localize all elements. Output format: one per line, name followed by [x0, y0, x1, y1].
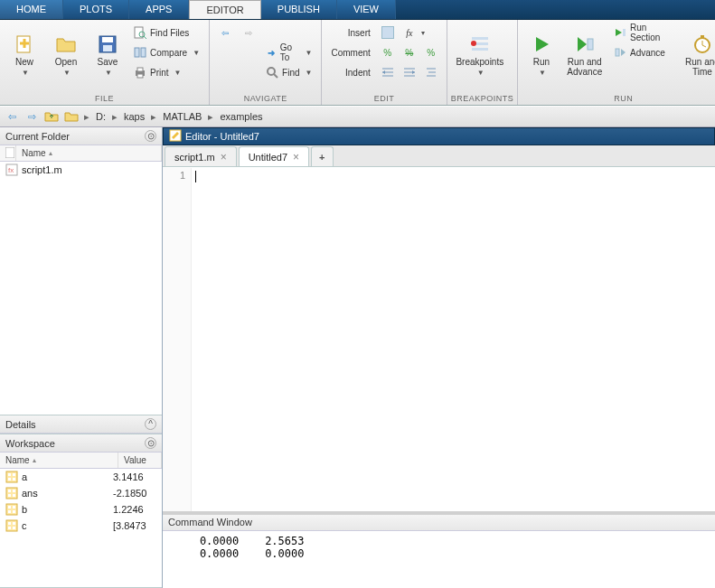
arrow-right-icon: ⇨ [242, 26, 255, 39]
save-button[interactable]: Save ▼ [89, 23, 127, 87]
code-area[interactable] [192, 168, 715, 511]
find-files-button[interactable]: Find Files [130, 23, 203, 42]
current-folder-header[interactable]: Current Folder ⊙ [0, 127, 162, 145]
editor-body[interactable]: 1 [163, 167, 715, 511]
editor-tab[interactable]: script1.m × [165, 146, 237, 166]
svg-rect-41 [13, 522, 15, 525]
svg-rect-7 [141, 48, 146, 57]
dropdown-icon[interactable]: ⊙ [145, 130, 156, 142]
col-icon[interactable] [0, 145, 16, 161]
file-type-icon [5, 147, 14, 160]
browse-button[interactable] [63, 108, 80, 125]
crumb-folder[interactable]: examples [216, 109, 266, 124]
svg-rect-28 [13, 478, 15, 481]
crumb-folder[interactable]: MATLAB [159, 109, 205, 124]
command-window-header[interactable]: Command Window [163, 515, 715, 531]
close-icon[interactable]: × [221, 151, 227, 163]
run-advance-button[interactable]: Run and Advance [563, 23, 607, 87]
comment-add-button[interactable]: % [378, 43, 398, 61]
run-time-button[interactable]: Run and Time [682, 23, 715, 87]
run-icon [531, 33, 552, 55]
nav-back-button[interactable]: ⇦ [215, 23, 235, 42]
dropdown-icon[interactable]: ⊙ [145, 437, 156, 449]
group-breakpoints: Breakpoints ▼ BREAKPOINTS [447, 20, 519, 105]
file-item[interactable]: fx script1.m [0, 162, 162, 178]
col-name[interactable]: Name▴ [16, 145, 162, 161]
tab-editor[interactable]: EDITOR [189, 0, 260, 19]
tab-view[interactable]: VIEW [337, 0, 396, 19]
variable-row[interactable]: ans -2.1850 [0, 485, 162, 501]
tab-apps[interactable]: APPS [129, 0, 189, 19]
goto-button[interactable]: ➜ Go To ▼ [262, 43, 315, 61]
svg-rect-32 [8, 494, 11, 497]
breadcrumb: ▸ D: ▸ kaps ▸ MATLAB ▸ examples [83, 109, 267, 124]
details-header[interactable]: Details ^ [0, 415, 162, 434]
collapse-icon[interactable]: ^ [145, 418, 156, 430]
compare-button[interactable]: Compare ▼ [130, 43, 203, 61]
variable-icon [5, 519, 18, 532]
address-bar: ⇦ ⇨ ▸ D: ▸ kaps ▸ MATLAB ▸ examples [0, 106, 715, 127]
folder-up-icon [44, 109, 59, 124]
comment-wrap-button[interactable]: % [421, 43, 441, 61]
workspace-header[interactable]: Workspace ⊙ [0, 434, 162, 453]
save-icon [97, 33, 118, 55]
cursor [195, 171, 196, 182]
chevron-right-icon: ▸ [207, 111, 214, 123]
tab-publish[interactable]: PUBLISH [261, 0, 337, 19]
svg-rect-39 [6, 520, 17, 531]
svg-rect-2 [102, 37, 113, 42]
percent-strike-icon: % [403, 46, 416, 59]
insert-section-button[interactable] [378, 23, 398, 42]
chevron-down-icon: ▼ [306, 69, 313, 77]
right-column: Editor - Untitled7 script1.m × Untitled7… [163, 127, 715, 588]
tab-plots[interactable]: PLOTS [63, 0, 129, 19]
editor-tabs: script1.m × Untitled7 × + [163, 145, 715, 167]
svg-rect-33 [13, 494, 15, 497]
svg-rect-6 [135, 48, 139, 57]
svg-rect-37 [8, 510, 11, 513]
advance-button[interactable]: Advance [610, 43, 678, 61]
nav-fwd-button[interactable]: ⇨ [239, 23, 259, 42]
run-section-button[interactable]: Run Section [610, 23, 678, 42]
crumb-drive[interactable]: D: [92, 109, 109, 124]
print-button[interactable]: Print ▼ [130, 63, 203, 81]
variable-row[interactable]: a 3.1416 [0, 469, 162, 485]
smart-indent-button[interactable] [421, 63, 441, 81]
editor-tab[interactable]: Untitled7 × [239, 146, 309, 166]
smart-indent-icon [425, 66, 437, 79]
run-button[interactable]: Run ▼ [523, 23, 559, 87]
svg-rect-17 [623, 29, 626, 36]
chevron-down-icon: ▼ [193, 49, 200, 57]
arrow-right-icon: ⇨ [28, 111, 36, 123]
run-advance-icon [574, 33, 596, 55]
col-value[interactable]: Value [118, 453, 162, 468]
find-files-icon [134, 26, 146, 39]
comment-remove-button[interactable]: % [400, 43, 419, 61]
toolstrip: New ▼ Open ▼ Save ▼ Find Files [0, 20, 715, 106]
breakpoints-button[interactable]: Breakpoints ▼ [453, 23, 507, 87]
crumb-folder[interactable]: kaps [120, 109, 148, 124]
variable-row[interactable]: c [3.8473 [0, 518, 162, 534]
new-tab-button[interactable]: + [311, 146, 333, 166]
indent-left-button[interactable] [400, 63, 419, 81]
col-name[interactable]: Name▴ [0, 453, 118, 468]
advance-icon [614, 46, 626, 59]
new-button[interactable]: New ▼ [5, 23, 43, 87]
svg-rect-9 [137, 68, 143, 71]
command-window-body[interactable]: 0.0000 2.5653 0.0000 0.0000 [163, 531, 715, 588]
close-icon[interactable]: × [293, 151, 299, 163]
indent-right-button[interactable] [378, 63, 398, 81]
insert-fx-button[interactable]: fx▾ [400, 23, 428, 42]
back-button[interactable]: ⇦ [4, 108, 20, 125]
forward-button[interactable]: ⇨ [24, 108, 40, 125]
variable-row[interactable]: b 1.2246 [0, 501, 162, 518]
current-folder-columns: Name▴ [0, 145, 162, 162]
open-button[interactable]: Open ▼ [47, 23, 85, 87]
editor-titlebar[interactable]: Editor - Untitled7 [163, 127, 715, 145]
find-button[interactable]: Find ▼ [262, 63, 315, 81]
workspace-panel: Workspace ⊙ Name▴ Value a 3.1416 ans -2.… [0, 434, 162, 588]
indent-right-icon [381, 66, 394, 79]
tab-home[interactable]: HOME [0, 0, 63, 19]
svg-rect-36 [13, 506, 15, 509]
up-button[interactable] [43, 108, 60, 125]
